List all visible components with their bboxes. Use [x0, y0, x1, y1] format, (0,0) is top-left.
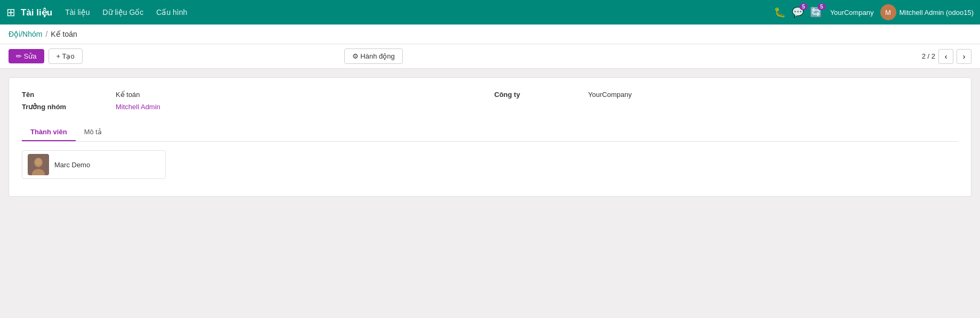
company-label: Công ty	[495, 91, 580, 99]
messages-badge: 5	[799, 3, 808, 10]
member-name: Marc Demo	[54, 161, 90, 169]
member-avatar	[28, 154, 49, 175]
members-list: Marc Demo	[22, 150, 958, 179]
edit-button[interactable]: ✏ Sửa	[9, 49, 44, 63]
top-navigation: ⊞ Tài liệu Tài liệu Dữ liệu Gốc Cấu hình…	[0, 0, 980, 25]
main-content: Tên Kế toán Công ty YourCompany Trưởng n…	[0, 69, 980, 205]
breadcrumb-parent[interactable]: Đội/Nhóm	[9, 30, 42, 38]
action-button[interactable]: ⚙ Hành động	[344, 48, 403, 64]
breadcrumb: Đội/Nhóm / Kế toán	[0, 25, 980, 44]
pagination-area: 2 / 2 ‹ ›	[922, 49, 971, 64]
svg-rect-4	[28, 154, 49, 175]
menu-item-cau-hinh[interactable]: Cấu hình	[156, 8, 187, 17]
name-label: Tên	[22, 91, 107, 99]
leader-label: Trưởng nhóm	[22, 103, 107, 111]
user-name: Mitchell Admin (odoo15)	[900, 9, 974, 17]
pagination-next-button[interactable]: ›	[957, 49, 971, 64]
tab-mo-ta[interactable]: Mô tả	[76, 124, 110, 141]
tabs-bar: Thành viên Mô tả	[22, 124, 958, 142]
app-title[interactable]: Tài liệu	[21, 7, 52, 18]
create-button[interactable]: + Tạo	[48, 48, 83, 64]
name-value: Kế toán	[116, 91, 486, 99]
leader-value[interactable]: Mitchell Admin	[116, 103, 486, 111]
pagination-text: 2 / 2	[922, 52, 935, 60]
menu-item-du-lieu-goc[interactable]: Dữ liệu Gốc	[102, 8, 143, 17]
top-menu: Tài liệu Dữ liệu Gốc Cấu hình	[65, 8, 774, 17]
activity-icon-button[interactable]: 🔄5	[810, 6, 822, 18]
record-card: Tên Kế toán Công ty YourCompany Trưởng n…	[9, 77, 971, 197]
bug-icon-button[interactable]: 🐛	[774, 6, 785, 18]
user-menu[interactable]: M Mitchell Admin (odoo15)	[880, 4, 974, 20]
tab-thanh-vien[interactable]: Thành viên	[22, 124, 76, 141]
breadcrumb-current: Kế toán	[51, 30, 77, 38]
user-avatar: M	[880, 4, 896, 20]
company-value: YourCompany	[588, 91, 959, 99]
fields-grid: Tên Kế toán Công ty YourCompany Trưởng n…	[22, 91, 958, 111]
messages-icon-button[interactable]: 💬5	[792, 6, 804, 18]
member-card: Marc Demo	[22, 150, 166, 179]
pagination-prev-button[interactable]: ‹	[938, 49, 953, 64]
apps-icon[interactable]: ⊞	[6, 6, 15, 19]
breadcrumb-separator: /	[45, 30, 47, 38]
topnav-right: 🐛 💬5 🔄5 YourCompany M Mitchell Admin (od…	[774, 4, 974, 20]
company-name: YourCompany	[830, 9, 874, 17]
toolbar: ✏ Sửa + Tạo ⚙ Hành động 2 / 2 ‹ ›	[0, 44, 980, 69]
activity-badge: 5	[817, 3, 826, 10]
menu-item-tai-lieu[interactable]: Tài liệu	[65, 8, 90, 17]
